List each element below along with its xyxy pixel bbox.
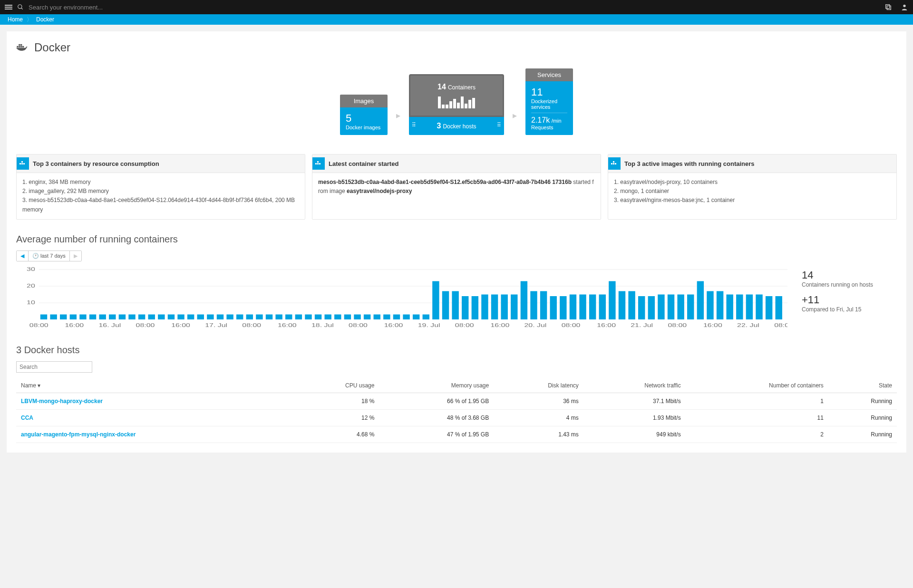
host-link[interactable]: CCA — [21, 414, 33, 421]
svg-text:16. Jul: 16. Jul — [98, 323, 121, 328]
time-range-button[interactable]: 🕐 last 7 days — [29, 251, 70, 261]
svg-rect-36 — [109, 314, 116, 319]
svg-rect-52 — [266, 314, 272, 319]
svg-rect-85 — [589, 294, 596, 319]
svg-text:30: 30 — [27, 267, 35, 272]
svg-rect-57 — [315, 314, 321, 319]
col-mem[interactable]: Memory usage — [379, 378, 494, 393]
svg-rect-49 — [236, 314, 243, 319]
col-net[interactable]: Network traffic — [583, 378, 686, 393]
svg-rect-34 — [89, 314, 96, 319]
docker-icon — [16, 42, 29, 53]
top-bar — [0, 0, 913, 14]
mini-bars-icon — [438, 95, 475, 108]
svg-rect-16 — [317, 163, 319, 164]
svg-rect-22 — [613, 161, 614, 163]
panel-title: Top 3 containers by resource consumption — [33, 160, 159, 167]
svg-text:16:00: 16:00 — [703, 323, 722, 328]
time-next-button[interactable]: ▶ — [70, 251, 81, 261]
search-icon — [17, 4, 24, 10]
svg-rect-38 — [128, 314, 135, 319]
svg-rect-51 — [256, 314, 262, 319]
tile-images-header: Images — [340, 95, 388, 107]
svg-rect-39 — [138, 314, 145, 319]
svg-rect-94 — [677, 294, 684, 319]
windows-icon[interactable] — [884, 3, 892, 11]
svg-rect-55 — [295, 314, 302, 319]
user-icon[interactable] — [901, 3, 908, 11]
tile-services-header: Services — [525, 68, 573, 81]
svg-rect-97 — [707, 291, 713, 319]
tile-containers[interactable]: 14Containers ⠿ 3Docker hosts ⠿ — [409, 74, 504, 135]
table-row[interactable]: angular-magento-fpm-mysql-nginx-docker 4… — [16, 426, 897, 443]
svg-rect-91 — [648, 296, 655, 319]
svg-text:08:00: 08:00 — [668, 323, 687, 328]
svg-text:17. Jul: 17. Jul — [205, 323, 227, 328]
svg-rect-15 — [315, 163, 317, 164]
svg-rect-93 — [668, 294, 674, 319]
panel-item: 1. enginx, 384 MB memory — [22, 178, 299, 187]
svg-text:08:00: 08:00 — [349, 323, 368, 328]
tile-services[interactable]: Services 11 Dockerized services 2.17k /m… — [525, 68, 573, 135]
tile-hosts-count: 3 — [437, 122, 441, 130]
col-containers[interactable]: Number of containers — [686, 378, 828, 393]
svg-rect-20 — [613, 163, 614, 164]
panel-item: 2. image_gallery, 292 MB memory — [22, 187, 299, 196]
time-nav: ◀ 🕐 last 7 days ▶ — [16, 251, 82, 261]
svg-rect-46 — [207, 314, 214, 319]
time-prev-button[interactable]: ◀ — [17, 251, 29, 261]
svg-rect-73 — [472, 296, 478, 319]
cell-disk: 1.43 ms — [494, 426, 583, 443]
hamburger-icon[interactable] — [5, 4, 12, 10]
cell-cpu: 4.68 % — [293, 426, 379, 443]
panel-icon — [608, 157, 621, 170]
svg-text:08:00: 08:00 — [136, 323, 155, 328]
svg-rect-68 — [423, 314, 429, 319]
cell-state: Running — [828, 426, 897, 443]
svg-text:08:00: 08:00 — [29, 323, 49, 328]
panel-title: Latest container started — [329, 160, 398, 167]
svg-rect-21 — [615, 163, 616, 164]
table-row[interactable]: LBVM-mongo-haproxy-docker 18 % 66 % of 1… — [16, 393, 897, 409]
svg-rect-75 — [491, 294, 498, 319]
col-name[interactable]: Name ▾ — [16, 378, 293, 393]
svg-rect-53 — [275, 314, 282, 319]
svg-rect-87 — [609, 281, 615, 319]
tile-hosts-label: Docker hosts — [443, 123, 476, 130]
cell-net: 37.1 Mbit/s — [583, 393, 686, 409]
chart-row: 10203008:0016:0016. Jul08:0016:0017. Jul… — [16, 267, 897, 330]
svg-rect-81 — [550, 296, 557, 319]
cell-mem: 47 % of 1.95 GB — [379, 426, 494, 443]
svg-rect-59 — [334, 314, 341, 319]
svg-rect-64 — [383, 314, 390, 319]
hosts-table: Name ▾ CPU usage Memory usage Disk laten… — [16, 378, 897, 443]
breadcrumb-docker[interactable]: Docker — [32, 16, 58, 23]
col-disk[interactable]: Disk latency — [494, 378, 583, 393]
panel-item: 3. easytravel/nginx-mesos-base:jnc, 1 co… — [614, 196, 891, 205]
svg-rect-77 — [511, 294, 517, 319]
svg-rect-67 — [413, 314, 419, 319]
chart-side-count: 14 — [802, 269, 897, 281]
svg-rect-104 — [776, 296, 782, 319]
tile-services-count: 11 — [531, 86, 567, 98]
table-search-input[interactable] — [19, 364, 91, 370]
search-input[interactable] — [29, 4, 884, 11]
col-state[interactable]: State — [828, 378, 897, 393]
table-row[interactable]: CCA 12 % 48 % of 3.68 GB 4 ms 1.93 Mbit/… — [16, 409, 897, 426]
svg-rect-3 — [887, 6, 891, 10]
svg-text:16:00: 16:00 — [490, 323, 509, 328]
svg-text:21. Jul: 21. Jul — [631, 323, 653, 328]
cell-state: Running — [828, 409, 897, 426]
panel-icon — [312, 157, 325, 170]
tile-images[interactable]: Images 5 Docker images — [340, 95, 388, 135]
col-cpu[interactable]: CPU usage — [293, 378, 379, 393]
chart-side: 14 Containers running on hosts +11 Compa… — [802, 267, 897, 330]
svg-rect-80 — [540, 291, 547, 319]
host-link[interactable]: LBVM-mongo-haproxy-docker — [21, 398, 103, 405]
table-search[interactable] — [16, 361, 92, 373]
svg-rect-92 — [658, 294, 664, 319]
svg-rect-65 — [393, 314, 400, 319]
host-link[interactable]: angular-magento-fpm-mysql-nginx-docker — [21, 431, 136, 438]
chart-area[interactable]: 10203008:0016:0016. Jul08:0016:0017. Jul… — [16, 267, 787, 330]
breadcrumb-home[interactable]: Home — [4, 16, 27, 23]
